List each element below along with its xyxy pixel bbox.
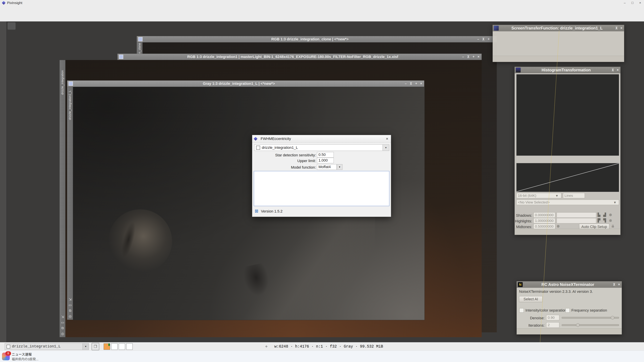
gray-strip-icons[interactable]: ⇲▭⧉◎ [67,297,73,318]
histogram-titlebar[interactable]: HistogramTransformation ⊼× [515,67,620,73]
clip-low-icon[interactable]: ▙ [598,213,600,217]
clip-low2-icon[interactable]: ▟ [603,213,606,217]
frequency-separation-checkbox[interactable]: Frequency separation [565,308,607,313]
image-icon [6,345,10,349]
plot-style-select[interactable]: Lines [563,193,585,198]
intensity-color-separation-checkbox[interactable]: Intensity/color separation [520,308,566,313]
image-icon [138,37,142,41]
fwhm-title: FWHMEccentricity [260,137,291,141]
statusbar-view-select[interactable]: drizzle_integration1_L ▼ [5,343,89,350]
move-icon: ⌖ [265,344,268,349]
image-window-rgb-sidestrip[interactable]: drizzle_integration ⇲▭⧉◎ [60,60,66,337]
menu-bar [0,6,644,13]
rgb-side-label: drizzle_integration [61,70,64,95]
pixinsight-logo-icon [254,137,258,141]
workspace-tab[interactable] [8,22,16,29]
denoise-label: Denoise: [530,316,544,320]
image-window-controls[interactable]: –⊼+× [477,37,494,41]
stf-icon [494,26,499,31]
fwhm-titlebar[interactable]: FWHMEccentricity × [252,135,391,143]
image-window-clone-title: RGB 1:3 drizzle_integration_clone | <*ne… [142,37,477,41]
upper-limit-input[interactable]: 1.000 [317,158,334,163]
clip-high2-icon[interactable]: ▜ [603,218,606,223]
gray-side-label: drizzle_integration1_L [68,90,72,120]
main-toolbar [0,13,644,21]
image-icon [119,55,123,59]
nxt-titlebar[interactable]: N RC Astro NoiseXTerminator ⊼× [517,281,622,288]
widget-icon: 8 [2,353,10,360]
bit-depth-select[interactable]: 16-bit (64K) [516,193,561,198]
expand-icon[interactable]: ⇊ [611,224,614,228]
histogram-window-controls[interactable]: ⊼× [612,68,619,72]
model-function-select[interactable]: Moffat4 [317,164,337,170]
view-select[interactable]: <No View Selected> [516,200,619,205]
reset-icon[interactable]: ⊗ [556,224,560,228]
app-window-control[interactable]: □ [628,0,636,6]
pixinsight-screen: PixInsight –□× RGB 1:3 drizzle_integrati… [0,0,644,362]
histogram-bottom-toolbar [515,229,620,235]
fwhm-version: Version 1.5.2 [261,209,282,214]
flame-nebula [108,209,172,273]
shadows-input[interactable]: 0.00000000 [534,212,555,218]
color-swatch[interactable] [126,344,133,350]
sds-input[interactable]: 0.50 [317,152,334,158]
chevron-down-icon[interactable]: ▼ [82,344,89,350]
news-widget[interactable]: 8 ニュース速報 福井県内の3原発... [2,352,38,361]
app-window-control[interactable]: – [621,0,628,6]
midtones-label: Midtones: [516,225,532,229]
chevron-down-icon[interactable]: ▾ [614,200,616,205]
mask-toggle-icon[interactable]: ❐ [92,343,99,350]
app-window-control[interactable]: × [636,0,644,6]
notification-badge: 8 [5,351,11,356]
image-window-controls[interactable]: –⊼+× [405,82,422,86]
denoise-input[interactable]: 0.90 [546,315,559,320]
nxt-title: RC Astro NoiseXTerminator [523,282,613,287]
image-icon [256,146,260,150]
shadows-label: Shadows: [516,213,532,218]
chevron-down-icon[interactable]: ▾ [556,194,558,198]
midtones-input[interactable]: 0.50000000 [534,224,555,229]
denoise-slider[interactable] [562,317,619,319]
image-window-rgb-titlebar[interactable]: RGB 1:3 drizzle_integration1 | masterLig… [118,54,482,60]
histogram-transformation-window[interactable]: HistogramTransformation ⊼× 16-bit (64K) … [514,67,620,235]
noisexterminator-window[interactable]: N RC Astro NoiseXTerminator ⊼× NoiseXTer… [516,281,622,335]
app-titlebar: PixInsight [0,0,644,6]
status-bar: drizzle_integration1_L ▼ ❐ ⌖ w:6248 · h:… [0,342,644,351]
fwhm-results-table [254,171,390,206]
nxt-window-controls[interactable]: ⊼× [613,283,620,287]
color-swatch-active[interactable] [104,344,110,350]
image-window-controls[interactable]: –⊼+× [462,55,480,59]
image-window-gray-titlebar[interactable]: Gray 1:3 drizzle_integration1_L | <*new*… [67,80,424,87]
chevron-down-icon[interactable]: ▼ [337,164,342,170]
fwhm-view-select[interactable]: drizzle_integration1_L ▼ [254,144,389,151]
image-window-gray-title: Gray 1:3 drizzle_integration1_L | <*new*… [73,81,405,86]
image-window-gray-sidestrip[interactable]: drizzle_integration1_L ⇲▭⧉◎ [67,87,73,320]
close-icon[interactable]: × [386,136,388,141]
histogram-input-plot[interactable] [516,163,619,192]
reset-icon[interactable]: ⊗ [609,213,612,217]
select-ai-button[interactable]: Select AI [519,296,542,302]
stf-window-controls[interactable]: ⊼× [615,26,622,30]
rgb-strip-icons[interactable]: ⇲▭⧉◎ [60,315,66,336]
iterations-label: Iterations: [528,323,544,328]
color-swatch[interactable] [111,344,118,350]
clip-high-icon[interactable]: ▛ [598,218,600,223]
color-swatch[interactable] [119,344,125,350]
histogram-icon [516,67,521,72]
highlights-input[interactable]: 1.00000000 [534,218,555,223]
histogram-output-plot[interactable] [516,74,619,156]
stf-bottom-toolbar [493,56,624,62]
stf-titlebar[interactable]: ScreenTransferFunction: drizzle_integrat… [493,25,624,31]
ic434-glow [224,204,375,320]
shadows-readout [556,212,596,218]
reset-icon[interactable]: ⊗ [609,218,612,223]
image-window-clone-titlebar[interactable]: RGB 1:3 drizzle_integration_clone | <*ne… [137,36,497,42]
widget-subline: 福井県内の3原発... [12,357,38,361]
fwhm-eccentricity-dialog[interactable]: FWHMEccentricity × drizzle_integration1_… [252,135,391,217]
stf-title: ScreenTransferFunction: drizzle_integrat… [499,26,615,30]
iterations-input[interactable]: 2 [546,322,559,328]
image-window-rgb-title: RGB 1:3 drizzle_integration1 | masterLig… [123,55,462,59]
iterations-slider[interactable] [562,324,619,326]
explorer-dock [0,21,6,342]
chevron-down-icon[interactable]: ▼ [382,145,389,151]
